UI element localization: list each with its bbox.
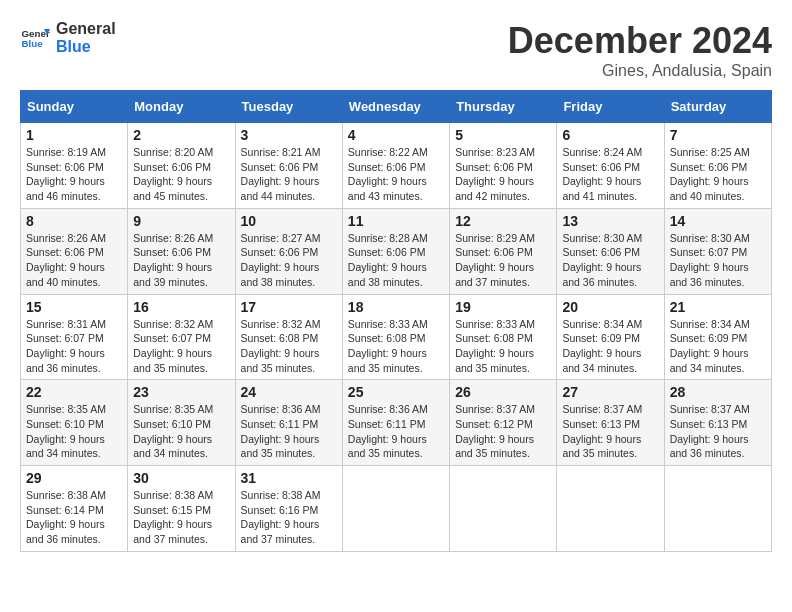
day-info: Sunrise: 8:33 AM Sunset: 6:08 PM Dayligh… (348, 317, 444, 376)
calendar-cell: 3Sunrise: 8:21 AM Sunset: 6:06 PM Daylig… (235, 123, 342, 209)
logo-text-line1: General (56, 20, 116, 38)
day-info: Sunrise: 8:27 AM Sunset: 6:06 PM Dayligh… (241, 231, 337, 290)
calendar-cell: 21Sunrise: 8:34 AM Sunset: 6:09 PM Dayli… (664, 294, 771, 380)
day-number: 7 (670, 127, 766, 143)
day-number: 8 (26, 213, 122, 229)
location-subtitle: Gines, Andalusia, Spain (508, 62, 772, 80)
col-header-tuesday: Tuesday (235, 91, 342, 123)
calendar-cell: 28Sunrise: 8:37 AM Sunset: 6:13 PM Dayli… (664, 380, 771, 466)
col-header-thursday: Thursday (450, 91, 557, 123)
day-number: 9 (133, 213, 229, 229)
svg-text:Blue: Blue (22, 38, 44, 49)
week-row-5: 29Sunrise: 8:38 AM Sunset: 6:14 PM Dayli… (21, 466, 772, 552)
calendar-cell: 18Sunrise: 8:33 AM Sunset: 6:08 PM Dayli… (342, 294, 449, 380)
day-number: 30 (133, 470, 229, 486)
day-info: Sunrise: 8:37 AM Sunset: 6:12 PM Dayligh… (455, 402, 551, 461)
col-header-monday: Monday (128, 91, 235, 123)
day-number: 31 (241, 470, 337, 486)
week-row-4: 22Sunrise: 8:35 AM Sunset: 6:10 PM Dayli… (21, 380, 772, 466)
calendar-cell: 14Sunrise: 8:30 AM Sunset: 6:07 PM Dayli… (664, 208, 771, 294)
day-info: Sunrise: 8:37 AM Sunset: 6:13 PM Dayligh… (670, 402, 766, 461)
day-info: Sunrise: 8:34 AM Sunset: 6:09 PM Dayligh… (562, 317, 658, 376)
calendar-cell: 13Sunrise: 8:30 AM Sunset: 6:06 PM Dayli… (557, 208, 664, 294)
day-number: 4 (348, 127, 444, 143)
day-number: 19 (455, 299, 551, 315)
day-info: Sunrise: 8:30 AM Sunset: 6:07 PM Dayligh… (670, 231, 766, 290)
month-title: December 2024 (508, 20, 772, 62)
day-number: 25 (348, 384, 444, 400)
day-info: Sunrise: 8:26 AM Sunset: 6:06 PM Dayligh… (133, 231, 229, 290)
day-number: 26 (455, 384, 551, 400)
calendar-cell: 1Sunrise: 8:19 AM Sunset: 6:06 PM Daylig… (21, 123, 128, 209)
week-row-2: 8Sunrise: 8:26 AM Sunset: 6:06 PM Daylig… (21, 208, 772, 294)
day-number: 5 (455, 127, 551, 143)
day-info: Sunrise: 8:32 AM Sunset: 6:08 PM Dayligh… (241, 317, 337, 376)
calendar-cell: 30Sunrise: 8:38 AM Sunset: 6:15 PM Dayli… (128, 466, 235, 552)
day-info: Sunrise: 8:25 AM Sunset: 6:06 PM Dayligh… (670, 145, 766, 204)
calendar-cell: 27Sunrise: 8:37 AM Sunset: 6:13 PM Dayli… (557, 380, 664, 466)
page-header: General Blue General Blue December 2024 … (20, 20, 772, 80)
col-header-wednesday: Wednesday (342, 91, 449, 123)
calendar-cell: 22Sunrise: 8:35 AM Sunset: 6:10 PM Dayli… (21, 380, 128, 466)
calendar-cell: 15Sunrise: 8:31 AM Sunset: 6:07 PM Dayli… (21, 294, 128, 380)
calendar-cell: 31Sunrise: 8:38 AM Sunset: 6:16 PM Dayli… (235, 466, 342, 552)
day-info: Sunrise: 8:32 AM Sunset: 6:07 PM Dayligh… (133, 317, 229, 376)
day-info: Sunrise: 8:20 AM Sunset: 6:06 PM Dayligh… (133, 145, 229, 204)
day-number: 18 (348, 299, 444, 315)
day-number: 17 (241, 299, 337, 315)
day-number: 3 (241, 127, 337, 143)
calendar-table: SundayMondayTuesdayWednesdayThursdayFrid… (20, 90, 772, 552)
calendar-cell: 4Sunrise: 8:22 AM Sunset: 6:06 PM Daylig… (342, 123, 449, 209)
calendar-cell: 10Sunrise: 8:27 AM Sunset: 6:06 PM Dayli… (235, 208, 342, 294)
calendar-cell: 12Sunrise: 8:29 AM Sunset: 6:06 PM Dayli… (450, 208, 557, 294)
day-number: 14 (670, 213, 766, 229)
day-info: Sunrise: 8:34 AM Sunset: 6:09 PM Dayligh… (670, 317, 766, 376)
calendar-cell (450, 466, 557, 552)
col-header-sunday: Sunday (21, 91, 128, 123)
day-info: Sunrise: 8:36 AM Sunset: 6:11 PM Dayligh… (241, 402, 337, 461)
calendar-cell: 26Sunrise: 8:37 AM Sunset: 6:12 PM Dayli… (450, 380, 557, 466)
calendar-cell (557, 466, 664, 552)
day-number: 16 (133, 299, 229, 315)
calendar-cell: 5Sunrise: 8:23 AM Sunset: 6:06 PM Daylig… (450, 123, 557, 209)
day-number: 22 (26, 384, 122, 400)
day-info: Sunrise: 8:21 AM Sunset: 6:06 PM Dayligh… (241, 145, 337, 204)
calendar-cell: 8Sunrise: 8:26 AM Sunset: 6:06 PM Daylig… (21, 208, 128, 294)
logo-icon: General Blue (20, 23, 50, 53)
calendar-cell: 9Sunrise: 8:26 AM Sunset: 6:06 PM Daylig… (128, 208, 235, 294)
header-row: SundayMondayTuesdayWednesdayThursdayFrid… (21, 91, 772, 123)
calendar-cell: 19Sunrise: 8:33 AM Sunset: 6:08 PM Dayli… (450, 294, 557, 380)
day-info: Sunrise: 8:22 AM Sunset: 6:06 PM Dayligh… (348, 145, 444, 204)
day-number: 6 (562, 127, 658, 143)
day-info: Sunrise: 8:35 AM Sunset: 6:10 PM Dayligh… (26, 402, 122, 461)
day-number: 11 (348, 213, 444, 229)
day-number: 10 (241, 213, 337, 229)
calendar-cell: 24Sunrise: 8:36 AM Sunset: 6:11 PM Dayli… (235, 380, 342, 466)
calendar-cell: 25Sunrise: 8:36 AM Sunset: 6:11 PM Dayli… (342, 380, 449, 466)
day-info: Sunrise: 8:38 AM Sunset: 6:15 PM Dayligh… (133, 488, 229, 547)
day-number: 12 (455, 213, 551, 229)
day-number: 15 (26, 299, 122, 315)
day-info: Sunrise: 8:26 AM Sunset: 6:06 PM Dayligh… (26, 231, 122, 290)
day-info: Sunrise: 8:19 AM Sunset: 6:06 PM Dayligh… (26, 145, 122, 204)
day-info: Sunrise: 8:38 AM Sunset: 6:16 PM Dayligh… (241, 488, 337, 547)
day-info: Sunrise: 8:23 AM Sunset: 6:06 PM Dayligh… (455, 145, 551, 204)
calendar-cell: 6Sunrise: 8:24 AM Sunset: 6:06 PM Daylig… (557, 123, 664, 209)
day-number: 21 (670, 299, 766, 315)
day-info: Sunrise: 8:38 AM Sunset: 6:14 PM Dayligh… (26, 488, 122, 547)
logo: General Blue General Blue (20, 20, 116, 55)
day-number: 24 (241, 384, 337, 400)
day-info: Sunrise: 8:28 AM Sunset: 6:06 PM Dayligh… (348, 231, 444, 290)
week-row-1: 1Sunrise: 8:19 AM Sunset: 6:06 PM Daylig… (21, 123, 772, 209)
day-number: 13 (562, 213, 658, 229)
calendar-cell: 20Sunrise: 8:34 AM Sunset: 6:09 PM Dayli… (557, 294, 664, 380)
title-block: December 2024 Gines, Andalusia, Spain (508, 20, 772, 80)
day-info: Sunrise: 8:33 AM Sunset: 6:08 PM Dayligh… (455, 317, 551, 376)
calendar-cell (342, 466, 449, 552)
week-row-3: 15Sunrise: 8:31 AM Sunset: 6:07 PM Dayli… (21, 294, 772, 380)
day-info: Sunrise: 8:31 AM Sunset: 6:07 PM Dayligh… (26, 317, 122, 376)
calendar-cell: 29Sunrise: 8:38 AM Sunset: 6:14 PM Dayli… (21, 466, 128, 552)
day-number: 29 (26, 470, 122, 486)
day-number: 20 (562, 299, 658, 315)
calendar-cell: 7Sunrise: 8:25 AM Sunset: 6:06 PM Daylig… (664, 123, 771, 209)
